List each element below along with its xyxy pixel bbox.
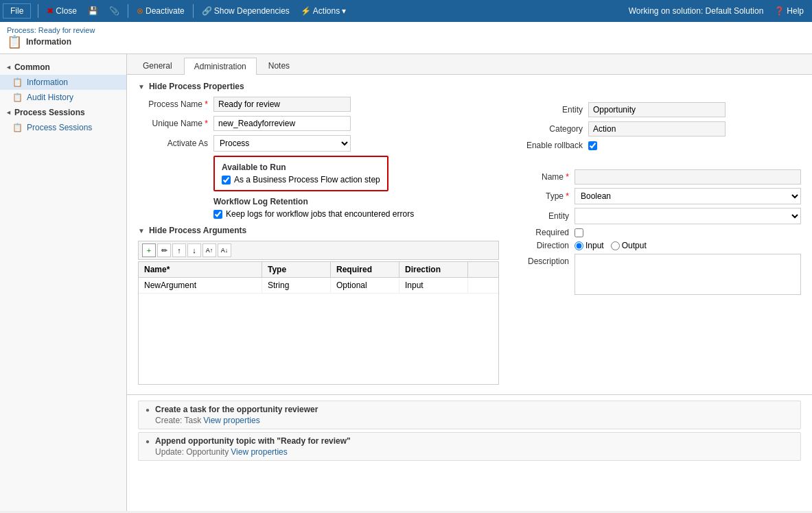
tab-general[interactable]: General bbox=[132, 57, 183, 74]
save-button[interactable]: 💾 bbox=[82, 5, 104, 17]
process-name-label: Process Name * bbox=[138, 99, 213, 109]
tab-administration-label: Administration bbox=[194, 62, 246, 71]
workflow-item-content-1: Append opportunity topic with "Ready for… bbox=[155, 436, 351, 457]
section-toggle-args[interactable]: ▼ bbox=[138, 227, 145, 235]
direction-output-label[interactable]: Output bbox=[611, 241, 647, 250]
workflow-detail-type-0: Create: bbox=[155, 416, 182, 425]
activate-as-select[interactable]: Process Process Template bbox=[213, 135, 351, 152]
actions-dropdown-icon: ▾ bbox=[342, 6, 346, 16]
process-header: Process: Ready for review 📋 Information bbox=[0, 22, 812, 54]
form-body: ▼ Hide Process Properties Process Name * bbox=[127, 75, 812, 392]
tab-notes[interactable]: Notes bbox=[258, 57, 300, 74]
args-grid-header: Name* Type Required Direction bbox=[139, 262, 498, 278]
direction-input-radio[interactable] bbox=[575, 241, 583, 250]
file-button[interactable]: File bbox=[3, 3, 31, 19]
direction-group: Input Output bbox=[575, 241, 647, 250]
available-to-run-title: Available to Run bbox=[222, 163, 380, 172]
arg-entity-select[interactable] bbox=[575, 208, 801, 224]
section-toggle-props[interactable]: ▼ bbox=[138, 83, 145, 91]
help-button[interactable]: ❓ Help bbox=[769, 5, 809, 17]
bpf-checkbox[interactable] bbox=[222, 176, 231, 184]
toolbar-separator-2 bbox=[128, 4, 128, 18]
move-down-button[interactable]: ↓ bbox=[187, 243, 201, 257]
show-dependencies-button[interactable]: 🔗 Show Dependencies bbox=[196, 5, 295, 17]
workflow-item-detail-0: Create: Task View properties bbox=[155, 416, 318, 425]
workflow-item-1: ● Append opportunity topic with "Ready f… bbox=[138, 432, 801, 461]
arg-type-select[interactable]: Boolean DateTime Decimal Entity EntityCo… bbox=[575, 188, 801, 204]
enable-rollback-row: Enable rollback bbox=[513, 141, 801, 150]
right-column: Entity Opportunity Category Action Enabl… bbox=[513, 97, 801, 385]
hide-process-args-header: ▼ Hide Process Arguments bbox=[138, 226, 499, 235]
deactivate-icon: ⊗ bbox=[137, 6, 143, 16]
arg-name-label: Name * bbox=[513, 172, 575, 182]
unique-name-row: Unique Name * bbox=[138, 116, 499, 131]
workflow-detail-link-0[interactable]: View properties bbox=[203, 416, 260, 425]
args-col-direction: Direction bbox=[399, 262, 468, 277]
process-sessions-icon: 📋 bbox=[12, 123, 23, 132]
arg-name-input[interactable] bbox=[575, 169, 801, 184]
sidebar-audit-label: Audit History bbox=[27, 93, 73, 102]
entity-value: Opportunity bbox=[588, 102, 726, 117]
close-label: Close bbox=[56, 6, 77, 16]
attach-button[interactable]: 📎 bbox=[104, 5, 125, 17]
sort-asc-button[interactable]: A↑ bbox=[202, 243, 216, 257]
help-label: Help bbox=[787, 6, 804, 16]
workflow-item-detail-1: Update: Opportunity View properties bbox=[155, 447, 351, 457]
arg-required-label: Required bbox=[513, 228, 575, 237]
working-on-label: Working on solution: Default Solution bbox=[629, 6, 769, 16]
deactivate-button[interactable]: ⊗ Deactivate bbox=[131, 5, 190, 17]
sidebar: Common 📋 Information 📋 Audit History Pro… bbox=[0, 54, 127, 511]
tabs-bar: General Administration Notes bbox=[127, 54, 812, 75]
workflow-dot-1: ● bbox=[146, 438, 150, 445]
left-column: Process Name * Unique Name * bbox=[138, 97, 499, 385]
add-arg-button[interactable]: + bbox=[142, 243, 156, 257]
arg-required-checkbox[interactable] bbox=[575, 228, 583, 237]
args-cell-required: Optional bbox=[331, 278, 399, 293]
move-up-button[interactable]: ↑ bbox=[172, 243, 186, 257]
main-layout: Common 📋 Information 📋 Audit History Pro… bbox=[0, 54, 812, 511]
sidebar-item-information[interactable]: 📋 Information bbox=[0, 75, 126, 90]
tab-administration[interactable]: Administration bbox=[184, 58, 257, 75]
arg-direction-row: Direction Input Output bbox=[513, 241, 801, 250]
arg-name-row: Name * bbox=[513, 169, 801, 184]
process-info-icon: 📋 bbox=[7, 34, 22, 49]
workflow-log-label: Keep logs for workflow jobs that encount… bbox=[226, 209, 414, 219]
workflow-item-content-0: Create a task for the opportunity review… bbox=[155, 405, 318, 425]
unique-name-input[interactable] bbox=[213, 116, 351, 131]
arg-type-label: Type * bbox=[513, 191, 575, 201]
args-grid-row[interactable]: NewArgument String Optional Input bbox=[139, 278, 498, 294]
hide-process-properties-header: ▼ Hide Process Properties bbox=[138, 82, 801, 91]
available-to-run-box: Available to Run As a Business Process F… bbox=[213, 156, 388, 191]
arg-direction-label: Direction bbox=[513, 241, 575, 250]
args-col-type: Type bbox=[262, 262, 331, 277]
direction-output-radio[interactable] bbox=[611, 241, 620, 250]
entity-row: Entity Opportunity bbox=[513, 102, 801, 117]
hide-process-properties-title: Hide Process Properties bbox=[149, 82, 244, 91]
activate-as-label: Activate As bbox=[138, 139, 213, 148]
workflow-detail-link-1[interactable]: View properties bbox=[231, 447, 288, 457]
actions-button[interactable]: ⚡ Actions ▾ bbox=[295, 5, 351, 17]
workflow-detail-entity-1: Opportunity bbox=[186, 447, 229, 457]
process-name-input[interactable] bbox=[213, 97, 351, 112]
close-button[interactable]: ✖ Close bbox=[41, 5, 82, 17]
toolbar: File ✖ Close 💾 📎 ⊗ Deactivate 🔗 Show Dep… bbox=[0, 0, 812, 22]
workflow-log-checkbox[interactable] bbox=[213, 210, 222, 219]
arg-entity-row: Entity bbox=[513, 208, 801, 224]
arg-description-textarea[interactable] bbox=[575, 254, 801, 295]
bpf-checkbox-label: As a Business Process Flow action step bbox=[234, 175, 380, 184]
edit-arg-button[interactable]: ✏ bbox=[157, 243, 171, 257]
close-icon: ✖ bbox=[47, 6, 54, 16]
direction-input-label[interactable]: Input bbox=[575, 241, 604, 250]
info-icon: 📋 bbox=[12, 77, 23, 87]
main-two-col: Process Name * Unique Name * bbox=[138, 97, 801, 385]
sidebar-item-process-sessions[interactable]: 📋 Process Sessions bbox=[0, 120, 126, 135]
enable-rollback-checkbox[interactable] bbox=[588, 141, 597, 150]
sidebar-information-label: Information bbox=[27, 77, 68, 87]
args-toolbar: + ✏ ↑ ↓ A↑ A↓ bbox=[138, 241, 499, 260]
workflow-detail-type-1: Update: bbox=[155, 447, 184, 457]
toolbar-separator-1 bbox=[38, 4, 38, 18]
sort-desc-button[interactable]: A↓ bbox=[218, 243, 231, 257]
workflow-log-checkbox-row: Keep logs for workflow jobs that encount… bbox=[138, 209, 499, 219]
args-cell-type: String bbox=[262, 278, 331, 293]
sidebar-item-audit-history[interactable]: 📋 Audit History bbox=[0, 90, 126, 105]
